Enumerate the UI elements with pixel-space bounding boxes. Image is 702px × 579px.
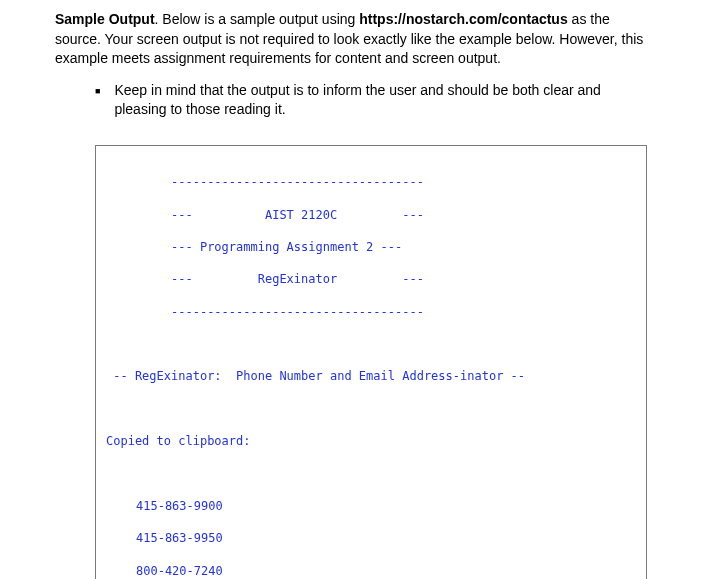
out-r1: 415-863-9900 <box>106 498 636 514</box>
out-copied: Copied to clipboard: <box>106 433 636 449</box>
bullet-mark-icon: ■ <box>95 81 100 98</box>
bullet-text: Keep in mind that the output is to infor… <box>114 81 647 120</box>
out-blank1 <box>106 336 636 352</box>
out-blank3 <box>106 466 636 482</box>
out-hr2: ----------------------------------- <box>106 304 636 320</box>
sample-url: https://nostarch.com/contactus <box>359 11 567 27</box>
out-r2: 415-863-9950 <box>106 530 636 546</box>
sample-output-lead: Sample Output <box>55 11 155 27</box>
out-sub: -- RegExinator: Phone Number and Email A… <box>106 368 636 384</box>
out-l2: --- Programming Assignment 2 --- <box>106 239 636 255</box>
out-r3: 800-420-7240 <box>106 563 636 579</box>
out-l3: --- RegExinator --- <box>106 271 636 287</box>
p1-t1: . Below is a sample output using <box>155 11 360 27</box>
bullet-item: ■ Keep in mind that the output is to inf… <box>95 81 647 120</box>
out-l1: --- AIST 2120C --- <box>106 207 636 223</box>
out-blank2 <box>106 401 636 417</box>
bullet-list: ■ Keep in mind that the output is to inf… <box>55 81 647 120</box>
sample-output-box: ----------------------------------- --- … <box>95 145 647 579</box>
sample-output-paragraph: Sample Output. Below is a sample output … <box>55 10 647 69</box>
out-hr1: ----------------------------------- <box>106 174 636 190</box>
